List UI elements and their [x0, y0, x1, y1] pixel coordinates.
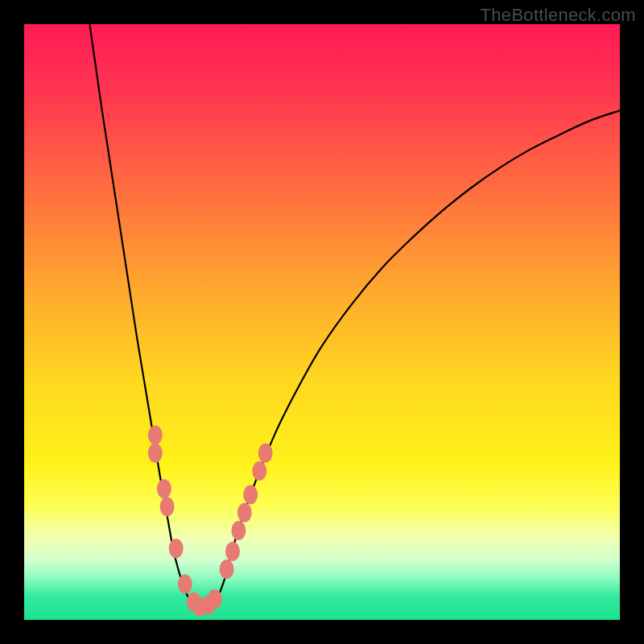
plot-area [24, 24, 620, 620]
data-node [225, 542, 240, 561]
data-node [169, 539, 184, 558]
data-node [157, 479, 171, 498]
data-node [220, 559, 234, 579]
data-node [231, 521, 246, 540]
bottleneck-curve [89, 24, 620, 608]
curve-layer [24, 24, 620, 620]
data-node [160, 497, 175, 516]
data-node [208, 589, 222, 609]
data-node [237, 503, 252, 522]
outer-frame: TheBottleneck.com [0, 0, 644, 644]
data-nodes [148, 426, 273, 617]
data-node [252, 461, 266, 481]
data-node [148, 444, 163, 463]
data-node [258, 444, 273, 463]
data-node [148, 426, 163, 445]
data-node [243, 485, 258, 505]
watermark-text: TheBottleneck.com [481, 5, 636, 26]
data-node [178, 575, 192, 594]
